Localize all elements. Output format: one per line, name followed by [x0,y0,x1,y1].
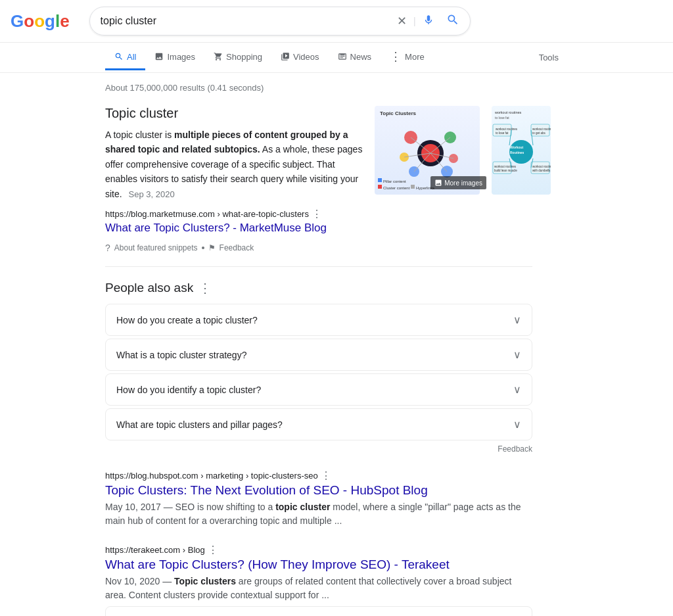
snippet-date: Sep 3, 2020 [129,189,175,199]
tab-images[interactable]: Images [145,45,204,70]
result-2-snippet-start: — [160,576,174,586]
result-1-url-line: https://blog.hubspot.com › marketing › t… [105,469,532,482]
svg-text:Pillar content: Pillar content [383,179,406,183]
result-1-snippet-bold: topic cluster [275,502,330,512]
about-snippets-icon: ? [105,243,110,253]
paa-chevron-1: ∨ [513,314,521,326]
snippet-menu-dots[interactable]: ⋮ [312,208,322,220]
svg-rect-13 [378,178,382,182]
svg-text:to lose fat: to lose fat [495,116,509,120]
result-2-url: https://terakeet.com › Blog [105,545,205,555]
tab-all-label: All [127,52,136,62]
result-2-menu-dots[interactable]: ⋮ [208,544,218,556]
paa-menu-dots[interactable]: ⋮ [198,280,212,296]
logo-letter-o1: o [24,11,34,32]
paa-header: People also ask ⋮ [105,280,532,296]
logo-letter-l: l [55,11,60,32]
snippet-source-line: https://blog.marketmuse.com › what-are-t… [105,208,364,235]
clear-icon[interactable]: ✕ [397,14,407,28]
paa-feedback[interactable]: Feedback [105,444,532,454]
main-content: About 175,000,000 results (0.41 seconds)… [0,73,673,616]
paa-question-2[interactable]: What is a topic cluster strategy? ∨ [105,339,532,371]
result-stats: About 175,000,000 results (0.41 seconds) [105,83,532,93]
nav-tabs: All Images Shopping Videos News ⋮ More T… [0,43,673,73]
about-snippets-text[interactable]: About featured snippets [114,243,198,252]
logo-letter-g: G [11,11,24,32]
snippet-image-secondary[interactable]: workout routines to lose fat Workout Rou… [492,106,551,195]
tab-shopping-label: Shopping [226,52,262,62]
snippet-meta: ? About featured snippets ⚑ Feedback [105,243,364,253]
search-bar[interactable]: topic cluster ✕ | [89,7,471,36]
result-2-title-link[interactable]: What are Topic Clusters? (How They Impro… [105,557,532,572]
snippet-body: A topic cluster is multiple pieces of co… [105,128,364,201]
more-images-label: More images [444,179,482,187]
tab-more[interactable]: ⋮ More [381,43,434,72]
search-input[interactable]: topic cluster [101,15,397,27]
organic-result-2: https://terakeet.com › Blog ⋮ What are T… [105,544,532,616]
paa-title: People also ask [105,281,193,295]
svg-text:workout routines: workout routines [496,128,518,131]
svg-text:with dumbells: with dumbells [532,169,551,172]
svg-rect-17 [411,185,415,189]
snippet-feedback-text[interactable]: Feedback [220,243,254,252]
result-2-snippet-bold: Topic clusters [174,576,236,586]
tab-news-label: News [350,52,372,62]
snippet-source-link[interactable]: What are Topic Clusters? - MarketMuse Bl… [105,222,327,234]
tab-all[interactable]: All [105,45,145,70]
snippet-images: Topic Clusters [375,106,532,253]
tools-button[interactable]: Tools [530,46,568,69]
result-2-url-line: https://terakeet.com › Blog ⋮ [105,544,532,556]
snippet-text-start: A topic cluster is [105,130,174,140]
people-also-ask: People also ask ⋮ How do you create a to… [105,280,532,454]
result-1-snippet-date: May 10, 2017 [105,502,161,512]
result-1-snippet: May 10, 2017 — SEO is now shifting to a … [105,500,532,528]
svg-text:Cluster content: Cluster content [383,186,410,190]
result-2-snippet-date: Nov 10, 2020 [105,576,160,586]
svg-text:Topic Clusters: Topic Clusters [380,110,417,116]
result-1-title-link[interactable]: Topic Clusters: The Next Evolution of SE… [105,483,532,498]
snippet-url: https://blog.marketmuse.com › what-are-t… [105,209,309,219]
paa-chevron-2: ∨ [513,348,521,361]
snippet-image-main[interactable]: Topic Clusters [375,106,480,195]
search-icon[interactable] [446,13,459,30]
result-1-snippet-start: — SEO is now shifting to a [161,502,275,512]
svg-text:workout routines: workout routines [532,165,551,168]
svg-text:workout routines: workout routines [532,128,551,131]
tab-images-label: Images [167,52,195,62]
paa-chevron-3: ∨ [513,383,521,396]
more-dots-icon: ⋮ [390,49,402,64]
organic-result-1: https://blog.hubspot.com › marketing › t… [105,469,532,528]
snippet-url-line: https://blog.marketmuse.com › what-are-t… [105,208,364,220]
snippet-feedback-icon: ⚑ [208,243,216,252]
tab-news[interactable]: News [329,45,381,70]
tab-more-label: More [405,52,425,62]
snippet-text-content: Topic cluster A topic cluster is multipl… [105,106,364,253]
featured-snippet: Topic cluster A topic cluster is multipl… [105,106,532,253]
tab-videos[interactable]: Videos [271,45,329,70]
section-divider [105,266,532,267]
paa-question-1-text: How do you create a topic cluster? [116,315,258,325]
paa-question-3[interactable]: How do you identify a topic cluster? ∨ [105,373,532,406]
svg-text:Routines: Routines [510,151,524,154]
logo-letter-e: e [60,11,69,32]
paa-question-4[interactable]: What are topic clusters and pillar pages… [105,408,532,440]
mic-icon[interactable] [423,14,434,29]
more-images-button[interactable]: More images [430,176,486,189]
svg-text:to get abs: to get abs [532,131,546,135]
tab-shopping[interactable]: Shopping [204,45,271,70]
svg-text:to lose fat: to lose fat [496,131,509,135]
result-1-menu-dots[interactable]: ⋮ [321,469,331,482]
workout-routines-diagram-svg: workout routines to lose fat Workout Rou… [492,106,551,195]
divider-icon: | [413,16,416,26]
svg-text:Workout: Workout [510,145,524,149]
svg-text:workout routines: workout routines [494,165,517,168]
tab-videos-label: Videos [293,52,319,62]
result-2-snippet: Nov 10, 2020 — Topic clusters are groups… [105,575,532,602]
svg-text:build lean muscle: build lean muscle [494,169,517,172]
paa-chevron-4: ∨ [513,418,521,431]
header: Google topic cluster ✕ | [0,0,673,43]
sub-question-1[interactable]: What is a topic cluster? ∨ [105,606,532,616]
paa-question-1[interactable]: How do you create a topic cluster? ∨ [105,304,532,336]
paa-question-2-text: What is a topic cluster strategy? [116,350,246,360]
search-results: About 175,000,000 results (0.41 seconds)… [105,80,532,616]
